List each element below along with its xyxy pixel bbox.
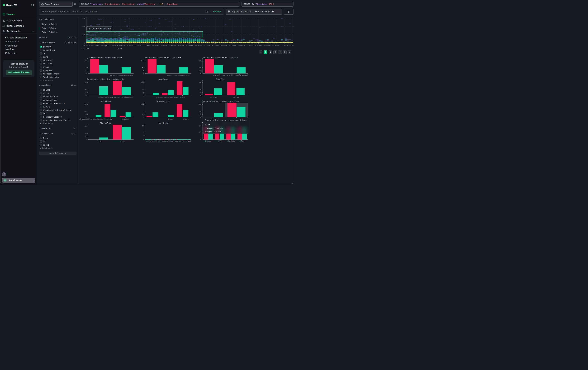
svg-text:grpc.oteldemo.PaymentService/C: grpc.oteldemo.PaymentService/Charge: [156, 97, 185, 98]
svg-text:100: 100: [84, 82, 86, 83]
svg-text:0: 0: [85, 139, 86, 140]
svg-text:50: 50: [142, 110, 144, 112]
svg-text:100: 100: [198, 82, 201, 83]
svg-text:1141978 1386792 1600267 200027: 1141978 1386792 1600267 200027900 584623…: [146, 140, 191, 142]
svg-text:0: 0: [85, 117, 86, 118]
svg-text:Error: Error: [97, 140, 102, 142]
svg-text:14: 14: [199, 131, 201, 133]
svg-text:f5344ec9-a1ea-4290-a62a-78f5be: f5344ec9-a1ea-4290-a62a-78f5bee8d90b: [98, 97, 133, 98]
svg-text:Unset: Unset: [120, 140, 125, 142]
svg-text:10:00am: 10:00am: [289, 45, 294, 47]
svg-text:platinum: platinum: [227, 140, 235, 142]
svg-text:0.51.1: 0.51.1: [183, 118, 189, 120]
svg-text:StatusCode: StatusCode: [100, 122, 111, 125]
svg-text:8: 8: [143, 131, 144, 133]
svg-text:6:30am: 6:30am: [229, 45, 236, 47]
svg-text:100: 100: [141, 104, 144, 106]
svg-text:25: 25: [84, 70, 86, 72]
svg-text:100: 100: [198, 104, 201, 106]
svg-text:11:00pm: 11:00pm: [100, 45, 107, 47]
svg-text:10:00pm: 10:00pm: [83, 45, 90, 47]
svg-text:payment-7985c8969c-mwmw7: payment-7985c8969c-mwmw7: [167, 74, 190, 76]
svg-text:50: 50: [84, 133, 86, 134]
svg-text:50: 50: [199, 89, 201, 90]
svg-text:600: 600: [82, 17, 85, 19]
svg-text:16: 16: [142, 125, 144, 127]
svg-text:silver: silver: [239, 140, 245, 142]
svg-text:3:00am: 3:00am: [169, 45, 176, 47]
svg-text:7:00am: 7:00am: [238, 45, 245, 47]
svg-text:4:30am: 4:30am: [195, 45, 202, 47]
svg-text:gold: gold: [218, 140, 221, 142]
svg-text:8:30am: 8:30am: [264, 45, 271, 47]
svg-text:7:30am: 7:30am: [246, 45, 253, 47]
svg-text:0: 0: [200, 117, 201, 118]
svg-text:25: 25: [142, 70, 144, 72]
svg-text:50: 50: [142, 67, 144, 69]
svg-text:5e02b5fb-13ae-4296-bbbc-111f42: 5e02b5fb-13ae-4296-bbbc-111f423c460d: [213, 74, 247, 76]
svg-text:9:00am: 9:00am: [273, 45, 279, 47]
svg-text:9/14/25: 9/14/25: [81, 48, 89, 50]
svg-text:200: 200: [82, 34, 85, 36]
svg-text:0: 0: [143, 139, 144, 140]
svg-text:4: 4: [143, 135, 144, 137]
svg-text:2:30am: 2:30am: [160, 45, 167, 47]
svg-text:0: 0: [200, 73, 201, 74]
svg-text:SpanAttributes...yment.card_ty: SpanAttributes...yment.card_type: [202, 100, 239, 103]
svg-text:50: 50: [84, 89, 86, 90]
svg-text:25: 25: [199, 114, 201, 116]
svg-text:12:00am: 12:00am: [117, 45, 125, 47]
svg-text:Filter by Selection: Filter by Selection: [88, 28, 111, 30]
svg-text:0: 0: [200, 139, 201, 140]
svg-text:10:30pm: 10:30pm: [91, 45, 99, 47]
svg-text:0: 0: [143, 117, 144, 118]
svg-text:Internal: Internal: [210, 97, 218, 98]
svg-text:50: 50: [84, 67, 86, 69]
svg-text:12:30am: 12:30am: [126, 45, 133, 47]
svg-text:0: 0: [84, 42, 85, 44]
svg-text:28: 28: [199, 125, 201, 127]
svg-text:SpanKind: SpanKind: [216, 78, 225, 80]
svg-text:Server: Server: [233, 97, 239, 98]
svg-text:bronze: bronze: [205, 140, 211, 142]
svg-text:ResourceAttribu..ice.instance.: ResourceAttribu..ice.instance.id: [87, 78, 124, 80]
svg-text:2:00am: 2:00am: [152, 45, 158, 47]
svg-text:6:00am: 6:00am: [221, 45, 228, 47]
svg-text:0: 0: [200, 95, 201, 96]
svg-text:ResourceAttributes.k8s.pod.uid: ResourceAttributes.k8s.pod.uid: [203, 57, 238, 59]
svg-text:3:30am: 3:30am: [178, 45, 185, 47]
svg-text:Duration: Duration: [158, 122, 168, 125]
svg-text:ResourceAttributes.host.name: ResourceAttributes.host.name: [90, 57, 122, 59]
svg-text:50: 50: [142, 89, 144, 90]
svg-text:0: 0: [85, 73, 86, 74]
svg-text:payment: payment: [122, 118, 129, 120]
svg-text:0: 0: [85, 95, 86, 96]
svg-text:8:00am: 8:00am: [255, 45, 262, 47]
svg-text:25: 25: [84, 136, 86, 138]
svg-text:100: 100: [141, 60, 144, 62]
svg-text:50: 50: [84, 110, 86, 112]
svg-text:5:30am: 5:30am: [212, 45, 219, 47]
svg-text:9/15: 9/15: [117, 48, 122, 50]
svg-text:25: 25: [142, 92, 144, 94]
svg-text:SpanName: SpanName: [158, 78, 168, 80]
svg-text:25: 25: [199, 92, 201, 94]
svg-text:@hyperdx/instrumentation-excep: @hyperdx/instrumentation-exception: [79, 118, 112, 120]
svg-text:50: 50: [199, 67, 201, 69]
svg-text:9:30am: 9:30am: [281, 45, 288, 47]
svg-text:ScopeName: ScopeName: [100, 100, 111, 103]
svg-text:25: 25: [199, 70, 201, 72]
svg-text:0.1.0: 0.1.0: [168, 118, 173, 120]
svg-text:100: 100: [141, 82, 144, 83]
svg-text:5:00am: 5:00am: [203, 45, 210, 47]
svg-text:1:00am: 1:00am: [135, 45, 141, 47]
svg-text:ScopeVersion: ScopeVersion: [156, 100, 170, 103]
svg-text:4:00am: 4:00am: [186, 45, 193, 47]
svg-text:100: 100: [84, 104, 86, 106]
svg-text:25: 25: [142, 114, 144, 116]
svg-text:ResourceAttributes.k8s.pod.nam: ResourceAttributes.k8s.pod.name: [145, 57, 181, 59]
svg-text:25: 25: [84, 92, 86, 94]
svg-text:25: 25: [84, 114, 86, 116]
svg-text:0: 0: [143, 95, 144, 96]
svg-text:7: 7: [200, 136, 201, 138]
